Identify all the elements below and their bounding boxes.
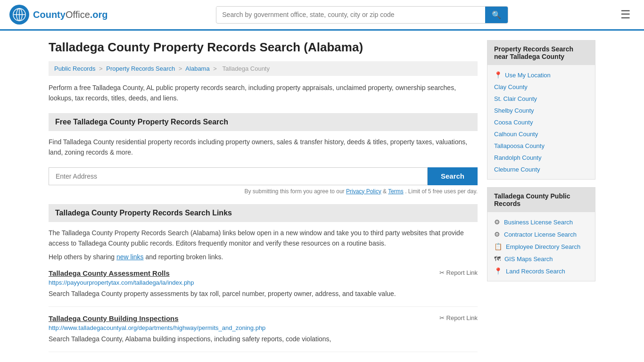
- links-section-header: Talladega County Property Records Search…: [49, 204, 478, 222]
- use-my-location-item[interactable]: 📍 Use My Location: [487, 69, 595, 81]
- tallapoosa-county-link[interactable]: Tallapoosa County: [494, 142, 545, 149]
- breadcrumb-county: Talladega County: [223, 65, 270, 72]
- terms-link[interactable]: Terms: [388, 188, 404, 195]
- breadcrumb-property-records-search[interactable]: Property Records Search: [106, 65, 175, 72]
- link-url-0[interactable]: https://payyourpropertytax.com/talladega…: [49, 279, 478, 286]
- main-content: Talladega County Property Records Search…: [49, 40, 478, 362]
- list-item: ⚙ Business License Search: [487, 216, 595, 228]
- public-records-section-title: Talladega County Public Records: [487, 188, 595, 212]
- hamburger-menu[interactable]: ☰: [617, 6, 635, 23]
- link-desc-0: Search Talladega County property assessm…: [49, 289, 478, 299]
- report-icon: ✂: [439, 314, 445, 321]
- logo-text: CountyOffice.org: [33, 9, 108, 20]
- link-url-1[interactable]: http://www.talladegacountyal.org/departm…: [49, 324, 478, 331]
- list-item: St. Clair County: [487, 93, 595, 105]
- contractor-license-link[interactable]: Contractor License Search: [504, 231, 577, 238]
- new-links-link[interactable]: new links: [116, 253, 144, 261]
- list-item: Coosa County: [487, 116, 595, 128]
- link-title-assessment-rolls[interactable]: Talladega County Assessment Rolls: [49, 269, 170, 277]
- list-item: 📋 Employee Directory Search: [487, 240, 595, 253]
- links-description: The Talladega County Property Records Se…: [49, 228, 478, 249]
- cleburne-county-link[interactable]: Cleburne County: [494, 166, 540, 173]
- calhoun-county-link[interactable]: Calhoun County: [494, 131, 538, 138]
- list-item: Calhoun County: [487, 128, 595, 140]
- header-search-button[interactable]: 🔍: [485, 7, 508, 23]
- list-item: Shelby County: [487, 105, 595, 116]
- link-item-header: Talladega County Building Inspections ✂ …: [49, 314, 478, 322]
- report-link-1[interactable]: ✂ Report Link: [439, 314, 478, 321]
- free-search-section-header: Free Talladega County Property Records S…: [49, 113, 478, 131]
- list-item: 🗺 GIS Maps Search: [487, 253, 595, 265]
- link-title-building-inspections[interactable]: Talladega County Building Inspections: [49, 314, 179, 322]
- report-link-0[interactable]: ✂ Report Link: [439, 269, 478, 276]
- nearby-list: 📍 Use My Location Clay County St. Clair …: [487, 65, 595, 179]
- land-records-link[interactable]: Land Records Search: [506, 268, 565, 275]
- header-search-input[interactable]: [216, 7, 485, 22]
- header-search-bar[interactable]: 🔍: [216, 6, 508, 24]
- nearby-section-title: Property Records Search near Talladega C…: [487, 41, 595, 65]
- use-my-location-link[interactable]: Use My Location: [505, 72, 551, 79]
- coosa-county-link[interactable]: Coosa County: [494, 119, 533, 126]
- list-item: 📍 Land Records Search: [487, 265, 595, 277]
- link-item-header: Talladega County Assessment Rolls ✂ Repo…: [49, 269, 478, 277]
- logo-icon: [9, 5, 29, 25]
- logo: CountyOffice.org: [9, 5, 108, 25]
- gear-icon: ⚙: [494, 218, 500, 226]
- gis-maps-link[interactable]: GIS Maps Search: [504, 255, 553, 263]
- location-icon: 📍: [494, 71, 502, 79]
- map-icon: 🗺: [494, 255, 501, 263]
- business-license-link[interactable]: Business License Search: [504, 219, 573, 226]
- list-item: Tallapoosa County: [487, 140, 595, 152]
- share-line: Help others by sharing new links and rep…: [49, 253, 478, 261]
- breadcrumb-sep-3: >: [213, 65, 217, 72]
- st-clair-county-link[interactable]: St. Clair County: [494, 95, 537, 102]
- link-item: Talladega County Assessment Rolls ✂ Repo…: [49, 269, 478, 307]
- list-item: Randolph County: [487, 152, 595, 164]
- privacy-policy-link[interactable]: Privacy Policy: [346, 188, 381, 195]
- free-search-description: Find Talladega County residential proper…: [49, 137, 478, 158]
- public-records-list: ⚙ Business License Search ⚙ Contractor L…: [487, 212, 595, 281]
- address-search-form: Search: [49, 167, 478, 185]
- public-records-section: Talladega County Public Records ⚙ Busine…: [487, 187, 595, 281]
- report-icon: ✂: [439, 269, 445, 276]
- page-title: Talladega County Property Records Search…: [49, 40, 478, 55]
- randolph-county-link[interactable]: Randolph County: [494, 154, 541, 161]
- form-note: By submitting this form you agree to our…: [49, 188, 478, 195]
- address-input[interactable]: [49, 167, 428, 185]
- breadcrumb-alabama[interactable]: Alabama: [185, 65, 209, 72]
- employee-directory-link[interactable]: Employee Directory Search: [506, 243, 580, 250]
- list-icon: 📋: [494, 243, 502, 250]
- breadcrumb-sep-1: >: [99, 65, 103, 72]
- links-section: Talladega County Property Records Search…: [49, 204, 478, 353]
- breadcrumb: Public Records > Property Records Search…: [49, 61, 478, 76]
- pin-icon: 📍: [494, 267, 502, 275]
- list-item: Clay County: [487, 81, 595, 93]
- shelby-county-link[interactable]: Shelby County: [494, 107, 534, 114]
- breadcrumb-sep-2: >: [179, 65, 182, 72]
- page-description: Perform a free Talladega County, AL publ…: [49, 82, 478, 104]
- clay-county-link[interactable]: Clay County: [494, 83, 528, 90]
- search-button[interactable]: Search: [428, 167, 478, 185]
- sidebar: Property Records Search near Talladega C…: [487, 40, 595, 362]
- page-container: Talladega County Property Records Search…: [39, 31, 605, 362]
- nearby-section: Property Records Search near Talladega C…: [487, 40, 595, 180]
- header: CountyOffice.org 🔍 ☰: [0, 0, 644, 31]
- link-item: Talladega County Building Inspections ✂ …: [49, 314, 478, 352]
- gear-icon: ⚙: [494, 230, 500, 238]
- link-desc-1: Search Talladega County, Alabama buildin…: [49, 334, 478, 344]
- breadcrumb-public-records[interactable]: Public Records: [54, 65, 95, 72]
- list-item: ⚙ Contractor License Search: [487, 228, 595, 240]
- list-item: Cleburne County: [487, 164, 595, 175]
